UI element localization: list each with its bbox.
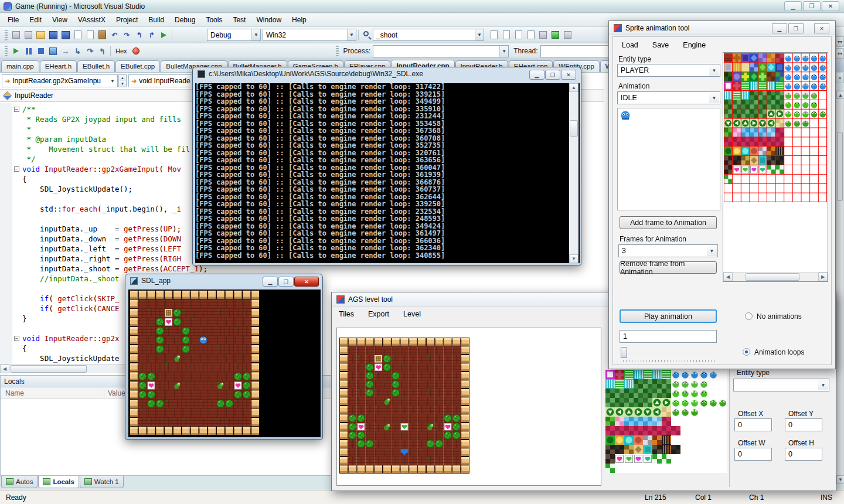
tools-icon[interactable]: [537, 29, 549, 40]
stop-icon[interactable]: [35, 46, 46, 57]
editor-hscrollbar[interactable]: ◀: [0, 364, 125, 373]
code-fold-icon[interactable]: −: [14, 166, 19, 172]
entity-type-combo[interactable]: ▼: [733, 379, 829, 391]
start-debug-icon[interactable]: [158, 29, 169, 40]
sprite-menu-load[interactable]: Load: [615, 39, 645, 52]
chevron-down-icon[interactable]: ▼: [475, 29, 484, 40]
restore-button[interactable]: ❐: [545, 70, 560, 80]
chevron-down-icon[interactable]: ▼: [110, 79, 115, 84]
minimize-button[interactable]: ▁: [263, 277, 278, 287]
save-icon[interactable]: [47, 29, 59, 40]
toolbar-overflow-icon[interactable]: ▾▾: [836, 36, 844, 47]
sprite-sheet[interactable]: [724, 53, 827, 202]
chevron-down-icon[interactable]: ▼: [499, 46, 508, 57]
menu-build[interactable]: Build: [143, 14, 169, 26]
restore-button[interactable]: ❐: [803, 1, 821, 11]
ags-menu-tiles[interactable]: Tiles: [332, 308, 361, 321]
chevron-down-icon[interactable]: ▼: [707, 246, 717, 256]
column-header-value[interactable]: Value: [104, 389, 125, 397]
offset-h-field[interactable]: 0: [785, 448, 822, 461]
offset-x-field[interactable]: 0: [734, 418, 772, 431]
animation-combo[interactable]: IDLE▼: [617, 91, 720, 104]
process-combo[interactable]: ▼: [373, 45, 509, 57]
restart-icon[interactable]: [47, 46, 59, 57]
entity-type-combo[interactable]: PLAYER▼: [617, 64, 720, 77]
toolbar-grip[interactable]: [5, 30, 8, 40]
run-icon[interactable]: [550, 29, 561, 40]
sprite-menu-engine[interactable]: Engine: [676, 39, 713, 52]
restore-button[interactable]: ❐: [788, 23, 804, 33]
copy-icon[interactable]: [84, 29, 96, 40]
console-vscrollbar[interactable]: ▲ ▼: [569, 83, 578, 263]
toolbar-grip[interactable]: [336, 46, 339, 56]
close-button[interactable]: ✕: [294, 277, 319, 287]
save-all-icon[interactable]: [60, 29, 71, 40]
menu-help[interactable]: Help: [287, 14, 312, 26]
tab-eheart.h[interactable]: EHeart.h: [40, 60, 77, 72]
sprite-menu-save[interactable]: Save: [645, 39, 676, 52]
chevron-down-icon[interactable]: ▼: [251, 29, 260, 40]
close-button[interactable]: ✕: [822, 1, 839, 11]
scroll-up-icon[interactable]: ▲: [569, 83, 578, 92]
pause-icon[interactable]: [23, 46, 34, 57]
find-combo[interactable]: _shoot▼: [373, 29, 484, 41]
menu-project[interactable]: Project: [111, 14, 143, 26]
play-animation-button[interactable]: Play animation: [620, 309, 717, 323]
new-window-icon[interactable]: [525, 29, 536, 40]
tab-main.cpp[interactable]: main.cpp: [1, 60, 39, 72]
solution-config-combo[interactable]: Debug▼: [207, 29, 261, 41]
toolbar-grip[interactable]: [5, 46, 8, 56]
remove-frame-button[interactable]: Remove frame from Animation: [620, 261, 717, 274]
undo-icon[interactable]: ↶: [109, 29, 120, 40]
level-editor-canvas[interactable]: [339, 338, 469, 474]
ags-menu-level[interactable]: Level: [396, 308, 428, 321]
navigate-back-icon[interactable]: ↰: [134, 29, 145, 40]
speed-slider[interactable]: [621, 347, 627, 358]
menu-file[interactable]: File: [2, 14, 24, 26]
find-results-icon[interactable]: [513, 29, 524, 40]
add-item-icon[interactable]: [23, 29, 34, 40]
restore-button[interactable]: ❐: [278, 277, 294, 287]
offset-y-field[interactable]: 0: [785, 418, 822, 431]
menu-vassistx[interactable]: VAssistX: [73, 14, 111, 26]
tab-ebullet.cpp[interactable]: EBullet.cpp: [115, 60, 160, 72]
step-into-icon[interactable]: ↳: [72, 46, 83, 57]
scroll-up-icon[interactable]: ▲: [836, 91, 844, 99]
column-header-name[interactable]: Name: [5, 389, 104, 397]
minimize-button[interactable]: ▁: [784, 1, 802, 11]
frames-combo[interactable]: 3▼: [618, 244, 718, 257]
tab-ebullet.h[interactable]: EBullet.h: [77, 60, 115, 72]
redo-icon[interactable]: ↷: [121, 29, 132, 40]
sheet-hscrollbar[interactable]: ◀ ▶: [723, 272, 828, 281]
no-animations-radio[interactable]: [745, 312, 753, 320]
breakpoint-icon[interactable]: [131, 46, 142, 57]
platform-combo[interactable]: Win32▼: [263, 29, 356, 41]
scrollbar-thumb[interactable]: [837, 132, 843, 201]
add-frame-button[interactable]: Add frame to Animation: [620, 216, 717, 229]
speed-field[interactable]: 1: [620, 330, 717, 343]
menu-test[interactable]: Test: [227, 14, 251, 26]
tool-tab-autos[interactable]: Autos: [1, 476, 38, 488]
step-over-icon[interactable]: ↷: [84, 46, 96, 57]
find-symbol-icon[interactable]: [488, 29, 499, 40]
open-folder-icon[interactable]: [35, 29, 46, 40]
ags-menu-export[interactable]: Export: [361, 308, 396, 321]
minimize-button[interactable]: ▁: [529, 70, 544, 80]
code-fold-icon[interactable]: −: [14, 107, 19, 112]
hex-toggle[interactable]: Hex: [113, 46, 130, 57]
new-project-icon[interactable]: [11, 29, 22, 40]
chevron-down-icon[interactable]: ▼: [818, 380, 828, 390]
scrollbar-thumb[interactable]: [746, 273, 799, 281]
show-next-icon[interactable]: →: [60, 46, 71, 57]
animation-loops-radio[interactable]: [743, 348, 750, 356]
scroll-down-icon[interactable]: ▼: [569, 254, 578, 263]
step-out-icon[interactable]: ↰: [97, 46, 108, 57]
chevron-down-icon[interactable]: ▼: [709, 65, 719, 76]
member-dropdown[interactable]: ➜ void InputReade: [128, 74, 198, 87]
document-close-icon[interactable]: ✕: [836, 73, 844, 83]
scroll-down-icon[interactable]: ▼: [836, 475, 844, 483]
tool-tab-locals[interactable]: Locals: [38, 476, 79, 488]
find-icon[interactable]: [361, 29, 372, 40]
code-fold-icon[interactable]: −: [14, 336, 19, 341]
menu-tools[interactable]: Tools: [200, 14, 227, 26]
